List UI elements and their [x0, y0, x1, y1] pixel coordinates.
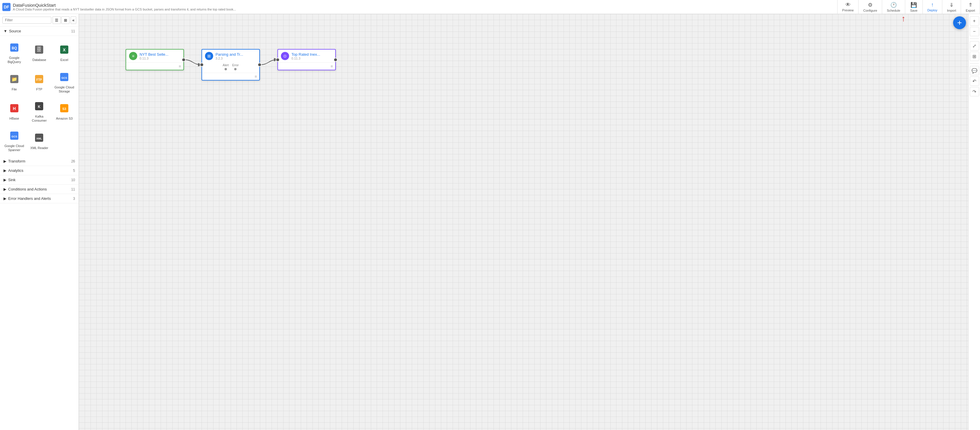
node-port-out-toprated[interactable] — [334, 58, 337, 62]
section-arrow-sink: ▶ — [3, 178, 6, 182]
svg-text:GCS: GCS — [11, 135, 17, 138]
plugin-file[interactable]: 📁 File — [2, 68, 26, 96]
svg-text:BQ: BQ — [12, 46, 17, 50]
plugin-icon-bigquery: BQ — [7, 41, 21, 54]
main-layout: ☰ ⊞ « ▼ Source 11 BQ Google BigQuery 🗄 D… — [0, 14, 980, 430]
section-label-transform: Transform — [8, 159, 71, 163]
zoom-out-button[interactable]: − — [970, 27, 979, 36]
grid-button[interactable]: ⊞ — [970, 52, 979, 61]
sidebar-filter: ☰ ⊞ « — [0, 14, 78, 27]
node-header-parsing: ⊞ Parsing and Tr... 3.2.3 — [202, 49, 259, 62]
plugin-label-gcs: Google Cloud Storage — [53, 85, 75, 94]
node-menu-icon-parsing[interactable]: ≡ — [255, 74, 257, 79]
comment-icon: 💬 — [972, 68, 977, 73]
preview-button[interactable]: 👁Preview — [837, 0, 859, 14]
add-node-button[interactable]: + — [953, 16, 966, 29]
plugin-icon-file: 📁 — [7, 72, 21, 86]
svg-text:H: H — [13, 106, 16, 111]
plugin-label-hbase: HBase — [10, 116, 19, 121]
plugin-icon-s3: S3 — [57, 101, 71, 115]
node-port-in-parsing[interactable] — [200, 63, 204, 67]
schedule-button[interactable]: 🕐Schedule — [882, 0, 905, 14]
configure-button[interactable]: ⚙Configure — [859, 0, 882, 14]
top-bar: DF DataFusionQuickStart A Cloud Data Fus… — [0, 0, 980, 14]
export-icon: ⇑ — [968, 2, 973, 8]
plugin-xml[interactable]: XML XML Reader — [27, 126, 51, 155]
plugin-icon-excel: X — [57, 43, 71, 57]
node-toprated[interactable]: ⊙ Top Rated Inex... 0.11.3 ≡ — [277, 49, 336, 70]
plugin-s3[interactable]: S3 Amazon S3 — [52, 97, 76, 125]
section-arrow-conditions: ▶ — [3, 187, 6, 191]
section-header-sink[interactable]: ▶ Sink 10 — [0, 175, 78, 185]
zoom-out-icon: − — [973, 29, 975, 34]
import-icon: ⇓ — [949, 2, 954, 8]
save-icon: 💾 — [910, 2, 917, 8]
export-button[interactable]: ⇑Export — [961, 0, 980, 14]
deploy-button[interactable]: ↑Deploy — [923, 0, 942, 14]
section-header-error_handlers[interactable]: ▶ Error Handlers and Alerts 3 — [0, 194, 78, 203]
section-header-transform[interactable]: ▶ Transform 26 — [0, 157, 78, 166]
section-count-source: 11 — [71, 29, 75, 33]
svg-text:GCS: GCS — [61, 76, 67, 79]
preview-icon: 👁 — [845, 2, 851, 8]
pipeline-name-desc: DataFusionQuickStart A Cloud Data Fusion… — [13, 3, 236, 11]
error-dot-parsing[interactable] — [234, 67, 237, 71]
section-header-analytics[interactable]: ▶ Analytics 5 — [0, 166, 78, 175]
node-nyt[interactable]: ≡ NYT Best Selle... 0.11.3 ≡ — [126, 49, 184, 70]
section-arrow-transform: ▶ — [3, 159, 6, 163]
grid-view-button[interactable]: ⊞ — [61, 16, 70, 24]
node-footer-toprated: ≡ — [278, 62, 335, 70]
pipeline-logo-icon: DF — [2, 3, 11, 11]
redo-button[interactable]: ↷ — [970, 87, 979, 96]
node-ports-bottom-parsing: Alert Error — [202, 62, 259, 73]
filter-input[interactable] — [2, 17, 51, 24]
section-count-analytics: 5 — [73, 168, 75, 173]
node-title-parsing: Parsing and Tr... — [215, 52, 243, 57]
node-menu-icon-nyt[interactable]: ≡ — [179, 64, 181, 68]
plugin-bigquery[interactable]: BQ Google BigQuery — [2, 38, 26, 67]
section-count-conditions: 11 — [71, 187, 75, 191]
plugin-excel[interactable]: X Excel — [52, 38, 76, 67]
comment-button[interactable]: 💬 — [970, 66, 979, 75]
plugin-database[interactable]: 🗄 Database — [27, 38, 51, 67]
canvas-area[interactable]: ≡ NYT Best Selle... 0.11.3 ≡ ⊞ Parsing a… — [79, 14, 968, 430]
plugin-label-excel: Excel — [60, 58, 68, 62]
node-parsing[interactable]: ⊞ Parsing and Tr... 3.2.3 Alert Error ≡ — [202, 49, 260, 81]
list-view-button[interactable]: ☰ — [52, 16, 61, 24]
node-port-out-nyt[interactable] — [181, 58, 186, 62]
section-header-conditions[interactable]: ▶ Conditions and Actions 11 — [0, 185, 78, 194]
schedule-icon: 🕐 — [890, 2, 897, 8]
plugin-label-xml: XML Reader — [30, 146, 48, 150]
section-header-source[interactable]: ▼ Source 11 — [0, 27, 78, 36]
node-menu-icon-toprated[interactable]: ≡ — [331, 64, 333, 68]
plugin-icon-xml: XML — [32, 131, 46, 145]
sidebar-view-buttons: ☰ ⊞ — [52, 16, 70, 24]
section-label-sink: Sink — [8, 178, 71, 182]
node-port-in-toprated[interactable] — [276, 58, 280, 62]
top-actions: 👁Preview⚙Configure🕐Schedule💾Save↑Deploy⇓… — [837, 0, 980, 14]
node-port-out-parsing[interactable] — [258, 63, 262, 67]
deploy-icon: ↑ — [931, 2, 934, 8]
configure-icon: ⚙ — [868, 2, 873, 8]
plugin-ftp[interactable]: FTP FTP — [27, 68, 51, 96]
node-icon-toprated: ⊙ — [281, 52, 289, 60]
alert-dot-parsing[interactable] — [224, 67, 228, 71]
plugin-hbase[interactable]: H HBase — [2, 97, 26, 125]
plugin-kafka[interactable]: K Kafka Consumer — [27, 97, 51, 125]
undo-button[interactable]: ↶ — [970, 76, 979, 86]
svg-text:XML: XML — [37, 137, 42, 140]
plugin-gcs[interactable]: GCS Google Cloud Storage — [52, 68, 76, 96]
plugin-icon-hbase: H — [7, 101, 21, 115]
plugin-icon-ftp: FTP — [32, 72, 46, 86]
fit-button[interactable]: ⤢ — [970, 41, 979, 51]
plugin-spanner[interactable]: GCS Google Cloud Spanner — [2, 126, 26, 155]
pipeline-title-section: DF DataFusionQuickStart A Cloud Data Fus… — [2, 3, 837, 11]
alert-port-parsing: Alert — [223, 63, 229, 71]
collapse-sidebar-button[interactable]: « — [71, 16, 76, 24]
connection-parsing-toprated — [260, 60, 277, 65]
save-button[interactable]: 💾Save — [905, 0, 923, 14]
sidebar: ☰ ⊞ « ▼ Source 11 BQ Google BigQuery 🗄 D… — [0, 14, 79, 430]
import-button[interactable]: ⇓Import — [942, 0, 961, 14]
section-label-analytics: Analytics — [8, 168, 73, 173]
zoom-in-button[interactable]: + — [970, 16, 979, 26]
